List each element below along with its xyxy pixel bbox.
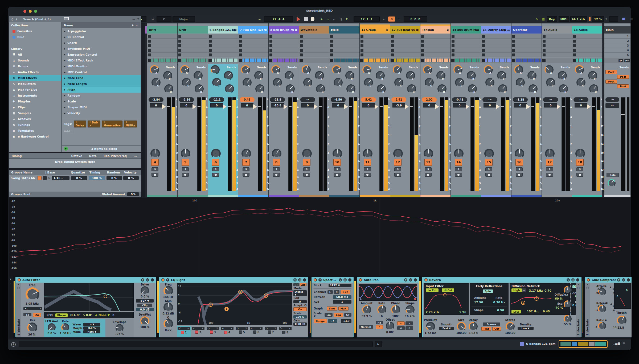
thresh-value[interactable]: -23.8: [616, 326, 624, 329]
clip-row[interactable]: [511, 58, 542, 63]
sidebar-item-sounds[interactable]: ♫Sounds: [9, 57, 61, 63]
sidebar-item-modulators[interactable]: ∿Modulators: [9, 81, 61, 87]
peak-level-value[interactable]: 2.00: [422, 97, 437, 102]
send-knob-C[interactable]: [334, 78, 343, 87]
stereo-knob[interactable]: [506, 322, 515, 331]
glue-power-button[interactable]: [587, 278, 590, 282]
result-item-scale[interactable]: ▶Scale: [62, 98, 141, 104]
new-midi-clip-icon[interactable]: +: [319, 16, 324, 22]
reflect-value[interactable]: 0.0 dB: [563, 294, 572, 297]
arm-button[interactable]: [182, 173, 189, 177]
smooth-select[interactable]: Fast ▼: [439, 327, 454, 330]
track-header-9[interactable]: Wavetable: [299, 26, 329, 34]
fader-handle[interactable]: [223, 104, 227, 109]
send-knob-D[interactable]: [225, 84, 234, 93]
more-icon[interactable]: ⋯: [576, 278, 579, 282]
arm-button[interactable]: [151, 173, 158, 177]
browser-search[interactable]: ❮❯Search (Cmd + F)≔▼: [9, 16, 141, 22]
solo-button[interactable]: S: [394, 167, 401, 171]
auto-pan-power-button[interactable]: [359, 278, 362, 282]
fader-handle[interactable]: [253, 104, 257, 109]
slope-12-button[interactable]: 12: [23, 313, 31, 316]
clip-db-value[interactable]: 0.0 dB: [136, 308, 154, 311]
clip-slot[interactable]: [451, 34, 481, 39]
eq-handle-1[interactable]: 1: [224, 307, 229, 311]
loop-length-field[interactable]: 8. 0. 0: [404, 16, 427, 22]
eq-band-5[interactable]: ◇▼5: [235, 326, 249, 337]
overdub-box[interactable]: [609, 16, 618, 22]
send-knob-D[interactable]: [498, 84, 507, 93]
result-item-pitch[interactable]: ▶Pitch: [62, 87, 141, 93]
play-scenes-icon[interactable]: ▶≡: [624, 59, 630, 62]
clip-slot[interactable]: [147, 39, 177, 43]
result-item-random[interactable]: ▶Random: [62, 93, 141, 98]
clip-slot[interactable]: [269, 34, 299, 39]
block-select[interactable]: 8192 ▼: [329, 284, 351, 287]
peak-level-value-r[interactable]: -∞: [605, 103, 619, 108]
eq-band-6[interactable]: ◇▼6: [249, 326, 263, 337]
er-shape-value[interactable]: 0.50: [497, 309, 504, 312]
computer-midi-keyboard-icon[interactable]: ▦: [540, 16, 546, 22]
track-header-main[interactable]: Main: [604, 26, 630, 34]
fold-icon[interactable]: ▼: [587, 283, 588, 286]
track-header-5[interactable]: Drift: [178, 26, 208, 34]
scalex-log-button[interactable]: Log: [334, 313, 343, 317]
arm-button[interactable]: [485, 173, 492, 177]
save-preset-icon[interactable]: ▤: [571, 278, 575, 282]
result-item-expression-control[interactable]: ▶Expression Control: [62, 52, 141, 57]
groove-name[interactable]: Swing 16ths 66: [11, 176, 36, 180]
clip-slot[interactable]: [481, 48, 511, 53]
send-knob-D[interactable]: [164, 84, 173, 93]
res-knob[interactable]: [27, 322, 37, 333]
solo-button[interactable]: S: [546, 167, 553, 171]
clip-slot[interactable]: [360, 43, 390, 48]
flat-button[interactable]: Flat: [481, 327, 491, 331]
clip-row[interactable]: [299, 58, 329, 63]
reverb-power-button[interactable]: [424, 278, 428, 282]
clip-slot[interactable]: [420, 39, 450, 43]
stop-all-clips-button[interactable]: ▮▶: [618, 59, 624, 62]
band-activator[interactable]: [268, 330, 271, 334]
track-header-7[interactable]: 7 Two One Two 95 b: [238, 26, 268, 34]
solo-button[interactable]: S: [243, 167, 249, 171]
clip-slot[interactable]: [481, 39, 511, 43]
clip-row[interactable]: [572, 58, 602, 63]
range-button[interactable]: Range: [314, 319, 327, 323]
auto-pan-display[interactable]: LR: [359, 284, 417, 301]
sort-icon[interactable]: ▲: [132, 24, 133, 27]
envelope-knob[interactable]: [116, 324, 124, 332]
send-knob-C[interactable]: [212, 78, 221, 87]
send-knob-B[interactable]: [224, 71, 233, 80]
band-filter-select[interactable]: ⟋▼: [178, 327, 190, 330]
back-to-arrangement-icon[interactable]: ←: [332, 16, 337, 22]
fader-handle[interactable]: [192, 104, 196, 109]
send-knob-D[interactable]: [286, 84, 295, 93]
pan-knob[interactable]: [545, 149, 555, 158]
eq-freq-value[interactable]: 144 Hz: [163, 296, 174, 299]
track-header-11[interactable]: 11 Group◉: [360, 26, 390, 34]
send-knob-C[interactable]: [182, 78, 191, 87]
more-icon[interactable]: ⋯: [414, 278, 417, 282]
shape-knob[interactable]: [405, 305, 415, 314]
send-knob-C[interactable]: [425, 78, 434, 87]
fader-track[interactable]: [621, 97, 625, 191]
clip-stop-button[interactable]: [330, 59, 333, 62]
clip-slot[interactable]: [451, 43, 481, 48]
eq-q-value[interactable]: 0.72: [165, 329, 172, 332]
solo-button[interactable]: S: [334, 167, 341, 171]
send-knob-D[interactable]: [437, 84, 447, 93]
track-activator[interactable]: 18: [576, 159, 584, 166]
scale-name-menu[interactable]: Major: [173, 16, 195, 22]
send-knob-D[interactable]: [559, 84, 568, 93]
send-knob-D[interactable]: [529, 84, 538, 93]
clip-slot[interactable]: [269, 43, 299, 48]
freeze-button[interactable]: Freeze: [483, 322, 500, 326]
clip-slot[interactable]: [420, 48, 450, 53]
preview-icon[interactable]: ▶: [64, 147, 68, 151]
clip-slot[interactable]: [269, 48, 299, 53]
clip-slot[interactable]: [542, 43, 572, 48]
sidebar-item-clips[interactable]: ▶Clips: [9, 104, 61, 110]
freq-knob[interactable]: [26, 287, 39, 301]
dn-loq-value[interactable]: 0.45: [543, 310, 550, 313]
wave-triangle-button[interactable]: ⋀: [397, 326, 405, 330]
